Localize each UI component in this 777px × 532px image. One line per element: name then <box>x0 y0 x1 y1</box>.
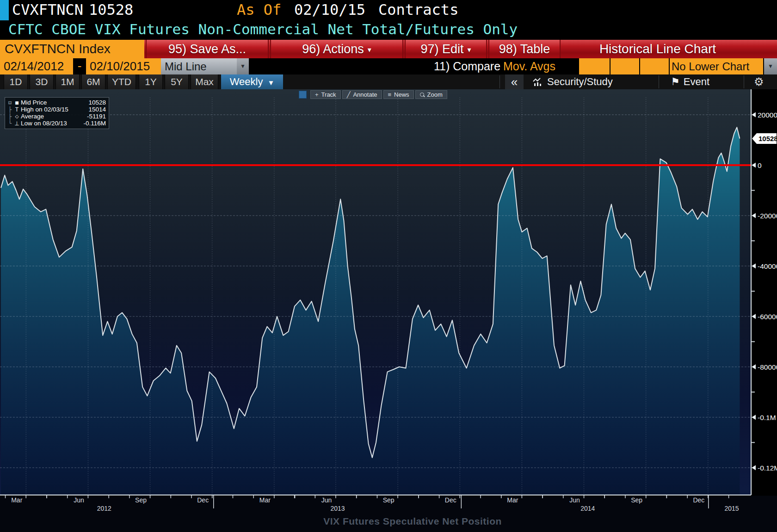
chart-study-icon <box>533 78 544 86</box>
low-marker-icon: ⊥ <box>13 120 21 127</box>
dropdown-caret-icon: ▾ <box>368 46 371 54</box>
end-date-field[interactable]: 02/10/2015 <box>86 58 161 74</box>
red-menu-bar: CVXFTNCN Index 95) Save As... 96) Action… <box>0 40 777 58</box>
track-crosshair-icon: + <box>315 92 319 98</box>
tree-branch: └ <box>7 120 13 127</box>
x-axis-month-label: Sep <box>631 496 642 504</box>
legend-row-high[interactable]: ├ T High on 02/03/15 15014 <box>7 106 106 113</box>
legend-row-average[interactable]: ├ ◇ Average -51191 <box>7 113 106 120</box>
index-name-field[interactable]: CVXFTNCN Index <box>0 40 144 58</box>
legend-row-low[interactable]: └ ⊥ Low on 08/20/13 -0.116M <box>7 120 106 127</box>
x-axis-month-label: Mar <box>259 496 271 504</box>
table-button[interactable]: 98) Table <box>488 40 561 58</box>
y-axis-tick-label: 20000 <box>758 111 777 119</box>
mov-avgs-menu-item[interactable]: Mov. Avgs <box>503 58 555 74</box>
historical-line-chart-svg[interactable]: MarJunSepDecMarJunSepDecMarJunSepDec2012… <box>0 89 777 532</box>
last-price-badge-value: 10528 <box>758 135 777 142</box>
high-marker-icon: T <box>13 106 21 113</box>
x-axis-month-label: Dec <box>197 496 209 504</box>
legend-row-mid-price[interactable]: ⊟ ■ Mid Price 10528 <box>7 99 106 106</box>
chart-legend[interactable]: ⊟ ■ Mid Price 10528 ├ T High on 02/03/15… <box>5 97 109 129</box>
tab-3d[interactable]: 3D <box>30 74 54 89</box>
toolbar-divider <box>659 75 659 88</box>
period-tab-bar: 1D 3D 1M 6M YTD 1Y 5Y Max Weekly▼ « Secu… <box>0 74 777 89</box>
security-description: CFTC CBOE VIX Futures Non-Commercial Net… <box>8 21 518 37</box>
tab-weekly-active[interactable]: Weekly▼ <box>221 74 283 89</box>
zoom-button[interactable]: Zoom <box>415 90 447 99</box>
event-button[interactable]: ⚑Event <box>671 74 709 89</box>
x-axis-year-label: 2013 <box>330 505 345 512</box>
x-axis-month-label: Sep <box>135 496 147 504</box>
x-axis-month-label: Dec <box>445 496 456 504</box>
edit-button[interactable]: 97) Edit▾ <box>405 40 487 58</box>
legend-collapse-icon[interactable]: ⊟ <box>7 99 13 106</box>
x-axis-month-label: Sep <box>383 496 395 504</box>
security-description-bar: CFTC CBOE VIX Futures Non-Commercial Net… <box>0 20 777 40</box>
chart-mini-toolbar: +Track ╱Annotate ≡News Zoom <box>299 90 449 99</box>
x-axis-month-label: Jun <box>74 496 84 504</box>
tab-1m[interactable]: 1M <box>56 74 80 89</box>
compare-menu-item[interactable]: 11) Compare <box>434 58 500 74</box>
x-axis-month-label: Mar <box>507 496 518 504</box>
chart-watermark: VIX Futures Speculative Net Position <box>323 516 502 526</box>
price-field-caret-icon[interactable]: ▼ <box>237 58 249 74</box>
tab-ytd[interactable]: YTD <box>107 74 136 89</box>
y-axis-tick-label: -0.1M <box>758 414 776 421</box>
tab-max[interactable]: Max <box>191 74 218 89</box>
tab-5y[interactable]: 5Y <box>165 74 189 89</box>
tab-1d[interactable]: 1D <box>4 74 28 89</box>
actions-button[interactable]: 96) Actions▾ <box>270 40 403 58</box>
orange-field-2[interactable] <box>610 58 639 74</box>
x-axis-year-label: 2012 <box>97 505 111 512</box>
unit-label: Contracts <box>378 1 458 19</box>
y-axis-tick-label: 0 <box>758 161 762 169</box>
as-of-label: As Of <box>237 1 281 19</box>
tab-1y[interactable]: 1Y <box>139 74 163 89</box>
range-bar: 02/14/2012 - 02/10/2015 Mid Line ▼ 11) C… <box>0 58 777 74</box>
save-as-button[interactable]: 95) Save As... <box>146 40 269 58</box>
tree-branch: ├ <box>7 106 13 113</box>
news-button[interactable]: ≡News <box>383 90 414 99</box>
news-lines-icon: ≡ <box>388 92 392 98</box>
price-chart-area[interactable]: MarJunSepDecMarJunSepDecMarJunSepDec2012… <box>0 89 777 532</box>
y-axis-tick-label: -40000 <box>758 262 777 270</box>
orange-field-3[interactable] <box>640 58 669 74</box>
date-range-separator: - <box>73 58 86 74</box>
price-field-select[interactable]: Mid Line <box>161 58 237 74</box>
security-study-button[interactable]: Security/Study <box>533 74 613 89</box>
x-axis-month-label: Dec <box>693 496 704 504</box>
series-swatch-icon: ■ <box>13 99 21 106</box>
tab-6m[interactable]: 6M <box>81 74 105 89</box>
chart-type-title: Historical Line Chart <box>564 40 777 58</box>
track-button[interactable]: +Track <box>310 90 341 99</box>
x-axis-year-label: 2015 <box>724 505 739 512</box>
x-axis-month-label: Jun <box>321 496 332 504</box>
annotate-pencil-icon: ╱ <box>347 92 351 98</box>
y-axis-tick-label: -0.12M <box>758 464 777 472</box>
title-bar: CVXFTNCN 10528 As Of 02/10/15 Contracts <box>0 0 777 20</box>
as-of-date: 02/10/15 <box>294 1 365 19</box>
lower-chart-caret-icon[interactable]: ▼ <box>764 58 777 74</box>
toolbar-divider <box>500 75 500 88</box>
toolbar-divider <box>744 75 744 88</box>
orange-field-1[interactable] <box>579 58 610 74</box>
annotate-button[interactable]: ╱Annotate <box>342 90 382 99</box>
average-marker-icon: ◇ <box>13 114 21 119</box>
x-axis-month-label: Jun <box>569 496 580 504</box>
terminal-cursor-block <box>0 0 9 20</box>
lower-chart-select[interactable]: No Lower Chart <box>670 58 763 74</box>
y-axis-tick-label: -80000 <box>758 363 777 371</box>
magnifier-icon <box>420 93 425 97</box>
dropdown-caret-icon: ▾ <box>468 46 471 54</box>
x-axis-month-label: Mar <box>11 496 22 504</box>
ticker-last-value: 10528 <box>89 1 133 19</box>
start-date-field[interactable]: 02/14/2012 <box>0 58 73 74</box>
y-axis-tick-label: -20000 <box>758 212 777 220</box>
x-axis-year-label: 2014 <box>580 505 595 512</box>
ticker-symbol: CVXFTNCN <box>12 1 83 19</box>
settings-gear-icon[interactable]: ⚙ <box>754 74 764 89</box>
dropdown-caret-icon: ▼ <box>267 79 274 87</box>
chart-drag-handle[interactable] <box>299 91 307 99</box>
y-axis-tick-label: -60000 <box>758 313 777 321</box>
collapse-panel-button[interactable]: « <box>505 74 524 89</box>
